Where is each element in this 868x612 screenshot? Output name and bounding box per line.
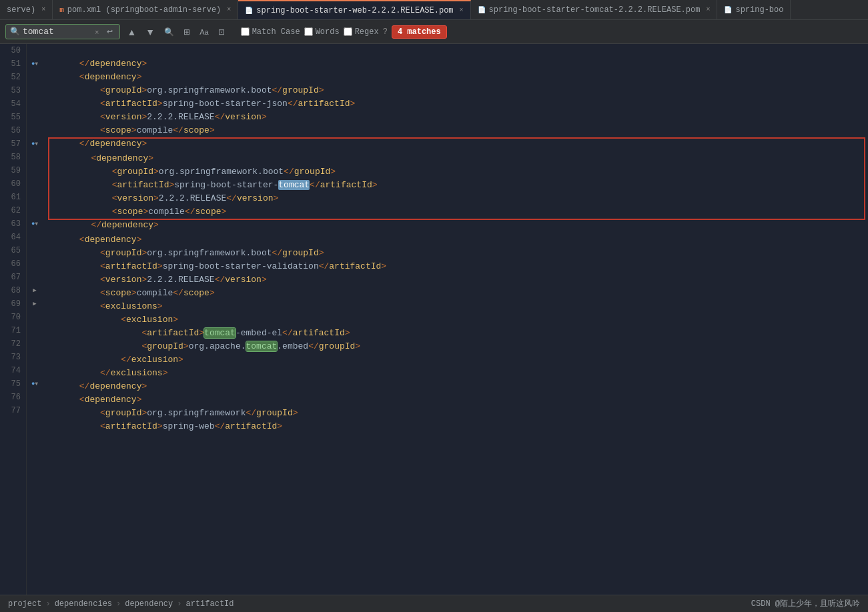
gutter-71 [27, 324, 43, 337]
ln-55: 55 [5, 111, 21, 124]
ln-62: 62 [5, 204, 21, 217]
ln-71: 71 [5, 324, 21, 337]
gutter-53 [27, 84, 43, 97]
tab-spring-boo-icon: 📄 [724, 6, 732, 14]
tab-bar: serve) × m pom.xml (springboot-admin-ser… [0, 0, 868, 20]
clear-search-button[interactable]: × [92, 27, 101, 37]
ln-70: 70 [5, 311, 21, 324]
match-case-checkbox[interactable] [241, 27, 250, 36]
gutter-63: ●▼ [27, 217, 43, 231]
highlight-block: <dependency> <groupId>org.springframewor… [48, 137, 865, 220]
help-icon: ? [383, 27, 388, 37]
breadcrumb-artifactid: artifactId [185, 599, 234, 609]
ln-76: 76 [5, 391, 21, 404]
tab-spring-boo-label: spring-boo [735, 5, 783, 15]
tab-web-pom[interactable]: 📄 spring-boot-starter-web-2.2.2.RELEASE.… [238, 0, 470, 20]
find-icon-button[interactable]: 🔍 [161, 26, 177, 38]
code-line-52: <groupId>org.springframework.boot</group… [48, 71, 868, 84]
gutter-50 [27, 44, 43, 57]
regex-option[interactable]: Regex [344, 27, 379, 37]
search-input[interactable] [23, 27, 89, 37]
code-line-63: <dependency> [48, 220, 868, 233]
next-match-button[interactable]: ▼ [143, 25, 157, 39]
tab-web-pom-close[interactable]: × [460, 7, 464, 14]
filter-button[interactable]: ⊡ [215, 26, 228, 38]
code-line-54: <version>2.2.2.RELEASE</version> [48, 97, 868, 111]
ln-74: 74 [5, 364, 21, 377]
tab-m-icon: m [59, 6, 64, 14]
gutter: ●▼ ●▼ ●▼ ▶ ▶ ●▼ [27, 44, 43, 595]
code-line-69: <exclusion> [48, 300, 868, 313]
gutter-57: ●▼ [27, 137, 43, 151]
gutter-76 [27, 391, 43, 404]
gutter-58 [27, 151, 43, 164]
tab-tomcat-pom-close[interactable]: × [706, 6, 710, 13]
code-line-62: </dependency> [49, 205, 864, 219]
ln-54: 54 [5, 97, 21, 111]
ln-50: 50 [5, 44, 21, 57]
gutter-67 [27, 271, 43, 284]
tab-tomcat-pom-icon: 📄 [478, 6, 486, 14]
code-line-70: <artifactId>tomcat-embed-el</artifactId> [48, 313, 868, 327]
regex-checkbox[interactable] [344, 27, 352, 36]
tab-pom-admin-close[interactable]: × [227, 6, 231, 13]
breadcrumb-dependency: dependency [125, 599, 173, 609]
tab-serve[interactable]: serve) × [0, 0, 53, 20]
tab-pom-admin[interactable]: m pom.xml (springboot-admin-serve) × [53, 0, 238, 20]
ln-57: 57 [5, 137, 21, 151]
code-line-71: <groupId>org.apache.tomcat.embed</groupI… [48, 327, 868, 340]
csdn-footer: CSDN @陌上少年，且听这风吟 [751, 598, 860, 609]
ln-56: 56 [5, 124, 21, 137]
ln-51: 51 [5, 57, 21, 71]
search-icon: 🔍 [10, 27, 20, 37]
breadcrumb-sep-2: › [116, 599, 121, 609]
gutter-68: ▶ [27, 284, 43, 297]
ln-75: 75 [5, 377, 21, 391]
code-line-56: </dependency> [48, 124, 868, 137]
gutter-61 [27, 191, 43, 204]
code-line-73: </exclusions> [48, 353, 868, 367]
ln-52: 52 [5, 71, 21, 84]
gutter-60 [27, 177, 43, 191]
code-line-57: <dependency> [49, 139, 864, 152]
ln-67: 67 [5, 271, 21, 284]
gutter-65 [27, 244, 43, 257]
code-line-76: <groupId>org.springframework</groupId> [48, 393, 868, 407]
words-option[interactable]: Words [304, 27, 340, 37]
gutter-72 [27, 337, 43, 351]
gutter-62 [27, 204, 43, 217]
multiline-button[interactable]: ⊞ [181, 26, 193, 38]
code-line-66: <version>2.2.2.RELEASE</version> [48, 260, 868, 273]
ln-58: 58 [5, 151, 21, 164]
match-case-option[interactable]: Match Case [241, 27, 300, 37]
preserve-case-button[interactable]: Aa [197, 27, 211, 37]
gutter-69: ▶ [27, 297, 43, 311]
ln-73: 73 [5, 351, 21, 364]
tab-spring-boo[interactable]: 📄 spring-boo [717, 0, 791, 20]
ln-60: 60 [5, 177, 21, 191]
ln-69: 69 [5, 297, 21, 311]
gutter-51: ●▼ [27, 57, 43, 71]
code-content: </dependency> <dependency> <groupId>org.… [43, 44, 868, 595]
code-line-59: <artifactId>spring-boot-starter-tomcat</… [49, 165, 864, 179]
gutter-75: ●▼ [27, 377, 43, 391]
prev-match-button[interactable]: ▲ [124, 25, 139, 39]
gutter-70 [27, 311, 43, 324]
ln-77: 77 [5, 404, 21, 417]
gutter-64 [27, 231, 43, 244]
gutter-52 [27, 71, 43, 84]
gutter-77 [27, 404, 43, 417]
gutter-59 [27, 164, 43, 177]
words-label: Words [316, 27, 340, 37]
regex-label: Regex [355, 27, 379, 37]
regex-input-button[interactable]: ↩ [104, 26, 115, 37]
breadcrumb-bar: project › dependencies › dependency › ar… [0, 595, 868, 612]
code-line-61: <scope>compile</scope> [49, 192, 864, 205]
breadcrumb-sep-1: › [45, 599, 50, 609]
tab-close[interactable]: × [41, 6, 45, 13]
ln-72: 72 [5, 337, 21, 351]
editor-area: 50 51 52 53 54 55 56 57 58 59 60 61 62 6… [0, 44, 868, 595]
tab-tomcat-pom[interactable]: 📄 spring-boot-starter-tomcat-2.2.2.RELEA… [471, 0, 718, 20]
breadcrumb-sep-3: › [177, 599, 181, 609]
words-checkbox[interactable] [304, 27, 313, 36]
